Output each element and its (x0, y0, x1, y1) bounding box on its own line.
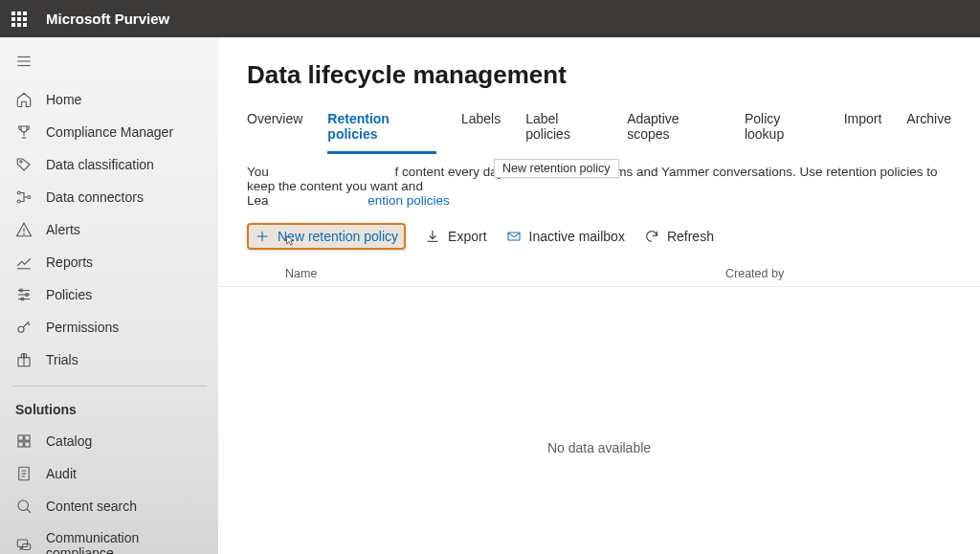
solution-item-audit[interactable]: Audit (0, 457, 218, 490)
divider (11, 386, 207, 387)
table-header: Name Created by (218, 257, 980, 287)
tooltip: New retention policy (494, 159, 619, 178)
download-icon (425, 229, 440, 244)
export-button[interactable]: Export (425, 229, 486, 244)
refresh-icon (644, 229, 659, 244)
nav-item-policies[interactable]: Policies (0, 278, 218, 311)
audit-icon (15, 465, 33, 482)
svg-point-18 (18, 326, 24, 332)
empty-state: No data available (218, 287, 980, 455)
svg-rect-22 (25, 435, 30, 440)
search-icon (15, 498, 33, 515)
brand-title: Microsoft Purview (46, 11, 169, 27)
tab-policy-lookup[interactable]: Policy lookup (745, 105, 819, 154)
cursor-icon (282, 234, 296, 248)
chart-icon (15, 254, 33, 271)
tab-label-policies[interactable]: Label policies (525, 105, 602, 154)
tab-import[interactable]: Import (844, 105, 882, 154)
svg-point-7 (17, 200, 20, 203)
svg-point-5 (20, 161, 22, 163)
svg-line-30 (27, 509, 31, 513)
alert-icon (15, 221, 33, 238)
gift-icon (15, 351, 33, 368)
highlight-box: New retention policy (247, 223, 406, 250)
grid-icon (15, 432, 33, 450)
app-launcher-icon[interactable] (11, 11, 27, 27)
sidebar: HomeCompliance ManagerData classificatio… (0, 37, 218, 554)
svg-rect-37 (508, 233, 520, 240)
tab-list: OverviewRetention policiesLabelsLabel po… (218, 105, 980, 155)
nav-item-permissions[interactable]: Permissions (0, 311, 218, 343)
chat-icon (15, 537, 33, 554)
collapse-nav-button[interactable] (0, 47, 218, 83)
tag-icon (15, 156, 33, 173)
nav-item-trials[interactable]: Trials (0, 343, 218, 376)
main-content: Data lifecycle management OverviewRetent… (218, 37, 980, 554)
nav-item-reports[interactable]: Reports (0, 246, 218, 278)
intro-text: You New retention policy f content every… (218, 155, 980, 208)
inactive-mailbox-button[interactable]: Inactive mailbox (506, 229, 625, 244)
connector-icon (15, 188, 33, 206)
svg-rect-21 (18, 435, 23, 440)
svg-point-10 (24, 233, 25, 234)
refresh-button[interactable]: Refresh (644, 229, 714, 244)
toolbar: New retention policy Export Inactive mai… (218, 213, 980, 257)
svg-point-8 (28, 196, 31, 199)
tab-retention-policies[interactable]: Retention policies (327, 105, 436, 154)
column-created-by[interactable]: Created by (725, 267, 951, 280)
mailbox-icon (506, 229, 522, 244)
home-icon (15, 91, 33, 108)
solution-item-communication-compliance[interactable]: Communication compliance (0, 522, 218, 554)
solution-item-catalog[interactable]: Catalog (0, 425, 218, 457)
learn-more-link[interactable]: ention policies (368, 193, 450, 208)
svg-rect-23 (18, 442, 23, 447)
nav-item-compliance-manager[interactable]: Compliance Manager (0, 116, 218, 148)
tab-labels[interactable]: Labels (461, 105, 501, 154)
plus-icon (255, 229, 270, 244)
trophy-icon (15, 123, 33, 141)
svg-point-29 (18, 500, 29, 511)
svg-rect-24 (25, 442, 30, 447)
top-bar: Microsoft Purview (0, 0, 980, 37)
nav-item-data-classification[interactable]: Data classification (0, 148, 218, 181)
section-solutions: Solutions (0, 396, 218, 425)
new-retention-policy-button[interactable]: New retention policy (255, 229, 398, 244)
key-icon (15, 319, 33, 336)
sliders-icon (15, 286, 33, 303)
svg-point-6 (17, 191, 20, 194)
tab-archive[interactable]: Archive (906, 105, 951, 154)
nav-item-home[interactable]: Home (0, 83, 218, 116)
page-title: Data lifecycle management (218, 60, 980, 105)
tab-overview[interactable]: Overview (247, 105, 302, 154)
solution-item-content-search[interactable]: Content search (0, 490, 218, 522)
tab-adaptive-scopes[interactable]: Adaptive scopes (627, 105, 720, 154)
column-name[interactable]: Name (247, 267, 725, 280)
nav-item-alerts[interactable]: Alerts (0, 213, 218, 246)
nav-item-data-connectors[interactable]: Data connectors (0, 181, 218, 213)
